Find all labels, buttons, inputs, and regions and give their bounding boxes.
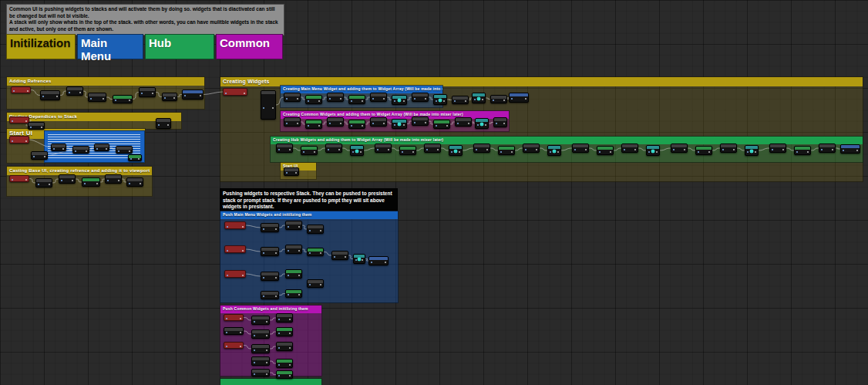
- graph-node[interactable]: [224, 314, 244, 321]
- graph-node[interactable]: [452, 96, 469, 104]
- graph-node[interactable]: [182, 89, 204, 100]
- graph-node[interactable]: [276, 370, 293, 379]
- graph-node[interactable]: [392, 119, 407, 129]
- graph-node[interactable]: [412, 93, 429, 102]
- graph-node[interactable]: [819, 144, 836, 153]
- graph-node[interactable]: [285, 269, 302, 279]
- graph-node[interactable]: [28, 122, 45, 130]
- graph-node[interactable]: [353, 254, 365, 264]
- graph-node[interactable]: [547, 145, 561, 156]
- graph-node[interactable]: [305, 95, 322, 104]
- graph-node[interactable]: [224, 270, 246, 278]
- graph-node[interactable]: [251, 356, 270, 366]
- graph-node[interactable]: [40, 90, 60, 100]
- graph-node[interactable]: [433, 94, 447, 105]
- graph-node[interactable]: [840, 144, 860, 154]
- graph-node[interactable]: [82, 177, 100, 187]
- graph-node[interactable]: [276, 327, 293, 336]
- graph-node[interactable]: [348, 120, 365, 129]
- graph-node[interactable]: [695, 146, 712, 155]
- graph-node[interactable]: [769, 144, 786, 153]
- graph-node[interactable]: [285, 245, 302, 254]
- graph-node[interactable]: [116, 146, 133, 154]
- graph-node[interactable]: [284, 93, 301, 102]
- graph-node[interactable]: [284, 117, 301, 127]
- graph-node[interactable]: [9, 175, 29, 182]
- graph-node[interactable]: [251, 316, 270, 325]
- graph-node[interactable]: [325, 144, 342, 153]
- graph-node[interactable]: [94, 144, 109, 151]
- graph-node[interactable]: [370, 93, 387, 102]
- graph-node[interactable]: [493, 117, 507, 127]
- graph-node[interactable]: [475, 118, 489, 129]
- graph-node[interactable]: [113, 95, 133, 103]
- section-header-common[interactable]: Common: [216, 34, 283, 59]
- graph-node[interactable]: [412, 117, 429, 126]
- graph-node[interactable]: [392, 95, 407, 105]
- graph-node[interactable]: [261, 291, 279, 299]
- graph-node[interactable]: [276, 342, 293, 351]
- graph-node[interactable]: [224, 327, 244, 335]
- graph-node[interactable]: [51, 144, 66, 151]
- graph-node[interactable]: [224, 342, 244, 349]
- graph-node[interactable]: [139, 87, 156, 97]
- graph-node[interactable]: [59, 174, 76, 184]
- graph-node[interactable]: [348, 95, 365, 104]
- section-header-main-menu[interactable]: Main Menu: [77, 34, 143, 59]
- graph-node[interactable]: [66, 86, 83, 96]
- graph-node[interactable]: [370, 117, 387, 127]
- graph-node[interactable]: [72, 146, 89, 154]
- graph-node[interactable]: [307, 248, 324, 256]
- graph-node[interactable]: [368, 256, 389, 265]
- graph-node[interactable]: [720, 144, 737, 153]
- graph-node[interactable]: [424, 144, 441, 153]
- graph-node[interactable]: [261, 272, 279, 281]
- graph-node[interactable]: [307, 225, 324, 234]
- section-header-hub[interactable]: Hub: [145, 34, 214, 59]
- graph-node[interactable]: [276, 313, 293, 323]
- graph-node[interactable]: [509, 93, 529, 103]
- graph-node[interactable]: [261, 247, 279, 256]
- push-note[interactable]: Pushing widgets to respective Stack. The…: [220, 188, 398, 211]
- graph-node[interactable]: [105, 174, 122, 184]
- graph-node[interactable]: [11, 86, 31, 93]
- common-ui-note[interactable]: Common UI is pushing widgets to stacks a…: [6, 4, 284, 35]
- graph-node[interactable]: [251, 369, 270, 377]
- graph-node[interactable]: [261, 90, 276, 120]
- graph-node[interactable]: [128, 154, 142, 161]
- section-header-initilization[interactable]: Initilization: [6, 34, 76, 59]
- graph-node[interactable]: [472, 93, 486, 103]
- graph-node[interactable]: [126, 177, 143, 187]
- graph-node[interactable]: [745, 145, 759, 156]
- graph-node[interactable]: [224, 245, 246, 253]
- graph-node[interactable]: [88, 93, 106, 102]
- graph-node[interactable]: [449, 145, 463, 156]
- graph-node[interactable]: [671, 144, 688, 153]
- graph-node[interactable]: [572, 144, 589, 153]
- graph-node[interactable]: [285, 289, 302, 298]
- graph-node[interactable]: [301, 146, 318, 155]
- graph-node[interactable]: [455, 117, 472, 127]
- graph-node[interactable]: [224, 221, 246, 229]
- graph-node[interactable]: [375, 144, 392, 153]
- comment-bottom-green[interactable]: [220, 378, 322, 385]
- graph-node[interactable]: [498, 146, 515, 155]
- graph-node[interactable]: [621, 144, 638, 153]
- graph-node[interactable]: [307, 279, 324, 288]
- graph-node[interactable]: [490, 95, 507, 103]
- graph-node[interactable]: [162, 93, 177, 101]
- graph-node[interactable]: [399, 146, 416, 155]
- graph-node[interactable]: [327, 117, 344, 127]
- graph-node[interactable]: [223, 88, 247, 96]
- graph-node[interactable]: [35, 178, 52, 187]
- graph-node[interactable]: [597, 146, 614, 155]
- graph-node[interactable]: [251, 344, 270, 353]
- graph-node[interactable]: [276, 359, 293, 368]
- graph-node[interactable]: [261, 223, 279, 232]
- graph-node[interactable]: [9, 117, 29, 123]
- graph-node[interactable]: [156, 118, 171, 129]
- graph-node[interactable]: [251, 329, 270, 339]
- graph-node[interactable]: [284, 167, 299, 176]
- graph-node[interactable]: [433, 120, 450, 129]
- graph-node[interactable]: [473, 144, 490, 153]
